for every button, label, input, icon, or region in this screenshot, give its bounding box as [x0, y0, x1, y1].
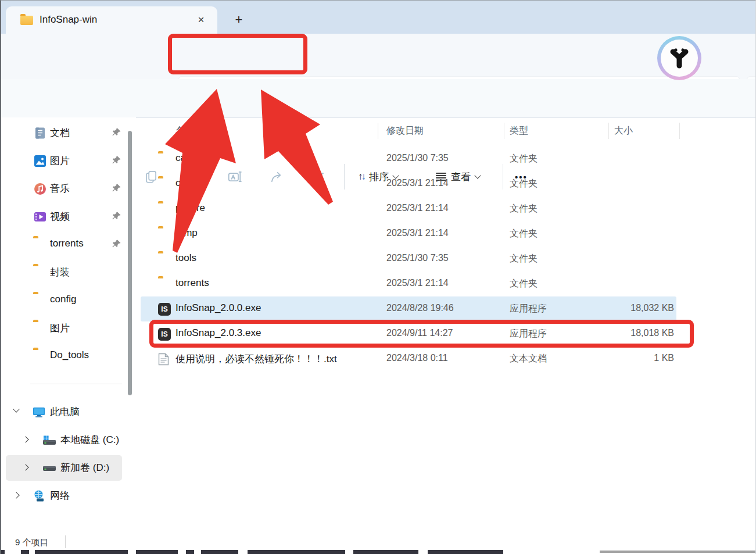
file-row[interactable]: temp 2025/3/1 21:14 文件夹	[141, 221, 676, 246]
folder-icon	[158, 203, 171, 216]
sidebar-item-network[interactable]: 网络	[1, 483, 124, 509]
tab-close-icon[interactable]: ×	[193, 12, 209, 28]
exe-icon: IS	[158, 328, 171, 341]
sidebar-item-music[interactable]: 音乐	[1, 176, 124, 202]
column-separator[interactable]	[504, 123, 504, 139]
chevron-right-icon[interactable]	[13, 492, 19, 498]
network-icon	[32, 489, 46, 503]
column-header-name[interactable]: 名称	[175, 125, 194, 137]
sidebar-item-videos[interactable]: 视频	[1, 204, 124, 230]
file-row[interactable]: torrents 2025/3/1 21:14 文件夹	[141, 271, 676, 296]
folder-icon	[33, 266, 47, 280]
folder-icon	[33, 238, 47, 252]
column-separator[interactable]	[679, 123, 680, 139]
sidebar-item-tupian[interactable]: 图片	[1, 316, 124, 341]
sidebar-item-do-tools[interactable]: Do_tools	[1, 344, 124, 369]
file-row-selected[interactable]: IS InfoSnap_2.0.0.exe 2024/8/28 19:46 应用…	[141, 296, 676, 321]
drive-c-icon	[42, 433, 56, 447]
column-header-date-modified[interactable]: 修改日期	[386, 125, 424, 137]
sidebar-item-fengzhuang[interactable]: 封装	[1, 260, 124, 285]
file-row[interactable]: config 2025/3/1 21:14 文件夹	[141, 171, 676, 196]
new-tab-button[interactable]: +	[230, 11, 248, 28]
column-separator[interactable]	[608, 123, 609, 139]
file-row[interactable]: 使用说明，必读不然锤死你！！！.txt 2024/3/18 0:11 文本文档 …	[141, 346, 676, 371]
sidebar-divider	[30, 384, 122, 384]
file-row[interactable]: picture 2025/3/1 21:14 文件夹	[141, 196, 676, 221]
sidebar-item-drive-d[interactable]: 新加卷 (D:)	[1, 455, 124, 481]
folder-icon	[158, 278, 171, 291]
sidebar-item-documents[interactable]: 文档	[1, 120, 124, 146]
folder-icon	[158, 153, 171, 166]
drive-d-icon	[42, 461, 56, 475]
sidebar-scrollbar[interactable]	[128, 131, 132, 395]
text-file-icon	[158, 353, 171, 366]
documents-icon	[33, 126, 47, 140]
pin-icon	[112, 127, 121, 137]
sidebar: 文档 图片 音乐 视频 torrents	[1, 117, 136, 534]
column-header-size[interactable]: 大小	[614, 125, 633, 137]
infosnap-logo-badge	[657, 36, 701, 80]
tab-bar: InfoSnap-win × +	[1, 1, 755, 34]
sidebar-item-this-pc[interactable]: 此电脑	[1, 399, 124, 425]
pin-icon	[112, 155, 121, 165]
folder-icon	[158, 253, 171, 266]
pictures-icon	[33, 154, 47, 168]
sidebar-item-torrents[interactable]: torrents	[1, 232, 124, 258]
file-explorer-window: InfoSnap-win × + ← → ↑ ↻ D:\InfoSnap-win…	[0, 0, 756, 554]
navigation-bar: ← → ↑ ↻ D:\InfoSnap-win ×	[1, 34, 755, 79]
folder-icon	[33, 321, 47, 335]
chevron-right-icon[interactable]	[22, 464, 28, 470]
pin-icon	[112, 239, 121, 249]
column-header-type[interactable]: 类型	[510, 125, 528, 137]
file-row[interactable]: cache 2025/1/30 7:35 文件夹	[141, 146, 676, 171]
infosnap-logo-icon	[661, 40, 698, 77]
pin-icon	[112, 183, 121, 193]
sidebar-item-pictures[interactable]: 图片	[1, 148, 124, 174]
chevron-down-icon[interactable]	[13, 406, 19, 412]
file-row[interactable]: tools 2025/1/30 7:35 文件夹	[141, 246, 676, 271]
folder-icon	[20, 16, 33, 25]
file-row-highlighted[interactable]: IS InfoSnap_2.0.3.exe 2024/9/11 14:27 应用…	[141, 321, 676, 346]
tab-title: InfoSnap-win	[40, 14, 97, 26]
folder-icon	[158, 228, 171, 241]
sidebar-item-config[interactable]: config	[1, 288, 124, 313]
music-icon	[33, 182, 47, 196]
items-count: 9 个项目	[15, 537, 49, 548]
pin-icon	[112, 211, 121, 221]
tab-infosnap-win[interactable]: InfoSnap-win ×	[6, 6, 217, 34]
status-bar: 9 个项目	[1, 533, 755, 551]
folder-icon	[33, 294, 47, 308]
status-divider	[65, 535, 66, 548]
exe-icon: IS	[158, 303, 171, 316]
chevron-right-icon[interactable]	[22, 436, 28, 442]
screenshot-artifact	[1, 550, 755, 554]
this-pc-icon	[32, 405, 46, 419]
command-toolbar: + 新建	[1, 79, 755, 118]
column-separator[interactable]	[378, 123, 378, 139]
folder-icon	[158, 178, 171, 191]
videos-icon	[33, 210, 47, 224]
folder-icon	[33, 349, 47, 363]
sidebar-item-drive-c[interactable]: 本地磁盘 (C:)	[1, 427, 124, 453]
